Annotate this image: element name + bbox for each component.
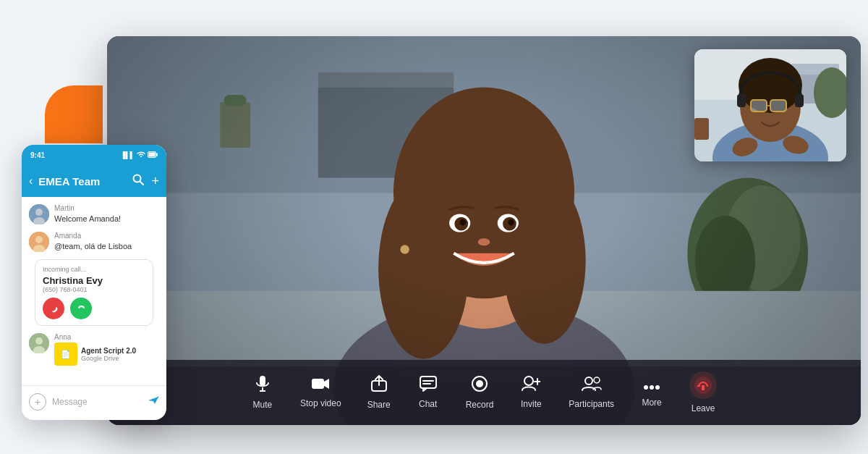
battery-icon [148, 151, 158, 159]
record-icon [471, 375, 488, 395]
svg-line-66 [140, 181, 144, 185]
text-martin: Welcome Amanda! [54, 214, 121, 224]
svg-rect-31 [694, 118, 709, 140]
svg-rect-36 [770, 100, 786, 112]
message-list: Martin Welcome Amanda! Amanda @team, olá… [22, 197, 166, 385]
share-button[interactable]: Share [357, 369, 401, 416]
mobile-time: 9:41 [30, 151, 45, 159]
svg-rect-39 [795, 94, 804, 107]
participants-label: Participants [569, 399, 614, 409]
mobile-header: ‹ EMEA Team + [22, 165, 166, 197]
header-action-icons: + [132, 174, 159, 189]
signal-icon: ▐▌▌ [121, 151, 135, 159]
svg-rect-38 [737, 94, 746, 107]
attachment-icon: 📄 [54, 342, 77, 366]
avatar-martin [29, 204, 49, 224]
svg-point-51 [476, 380, 483, 387]
svg-rect-64 [149, 152, 156, 156]
stop-video-button[interactable]: Stop video [290, 371, 352, 414]
add-attachment-button[interactable]: + [29, 393, 46, 411]
svg-point-55 [585, 377, 592, 384]
more-label: More [642, 398, 661, 408]
chat-icon [420, 376, 437, 395]
record-label: Record [466, 400, 494, 410]
message-amanda: Amanda @team, olá de Lisboa [29, 232, 159, 252]
chat-label: Chat [419, 399, 437, 409]
sender-anna: Anna [54, 333, 136, 341]
message-content-martin: Martin Welcome Amanda! [54, 204, 121, 224]
search-icon[interactable] [132, 174, 144, 189]
message-input[interactable]: Message [52, 397, 142, 407]
pip-background [694, 49, 846, 161]
svg-point-52 [524, 377, 533, 385]
pip-video [694, 49, 846, 161]
svg-rect-42 [260, 376, 265, 386]
svg-point-56 [594, 377, 600, 383]
back-button[interactable]: ‹ [29, 175, 33, 188]
attachment-filename: Agent Script 2.0 [81, 347, 136, 355]
svg-point-59 [655, 385, 660, 390]
avatar-anna [29, 333, 49, 353]
mobile-status-bar: 9:41 ▐▌▌ [22, 145, 166, 165]
caller-number: (650) 768-0401 [43, 286, 145, 293]
svg-rect-45 [312, 379, 324, 389]
mute-button[interactable]: Mute [241, 369, 284, 416]
accept-call-button[interactable] [70, 298, 92, 319]
invite-label: Invite [521, 399, 542, 409]
svg-rect-61 [702, 385, 705, 390]
send-button[interactable] [148, 395, 159, 408]
svg-point-74 [35, 337, 43, 345]
svg-rect-47 [420, 377, 436, 388]
add-icon[interactable]: + [151, 174, 159, 189]
invite-button[interactable]: Invite [509, 370, 553, 415]
svg-rect-63 [156, 153, 158, 156]
orange-accent-shape [45, 85, 103, 143]
microphone-icon [255, 375, 271, 395]
stop-video-label: Stop video [300, 398, 341, 408]
control-bar: Mute Stop video Share [107, 360, 861, 425]
mobile-input-bar: + Message [22, 385, 166, 417]
participants-icon [582, 376, 602, 395]
caller-name: Christina Evy [43, 275, 145, 286]
more-icon [643, 377, 660, 393]
attachment-info: Agent Script 2.0 Google Drive [81, 347, 136, 362]
message-content-amanda: Amanda @team, olá de Lisboa [54, 232, 132, 251]
sender-martin: Martin [54, 204, 121, 212]
incoming-call-notification: Incoming call... Christina Evy (650) 768… [35, 259, 153, 326]
camera-icon [311, 377, 330, 394]
wifi-icon [137, 151, 145, 159]
share-icon [371, 375, 387, 395]
participants-button[interactable]: Participants [558, 370, 624, 415]
record-button[interactable]: Record [456, 369, 504, 416]
svg-point-57 [644, 385, 648, 390]
message-anna: Anna 📄 Agent Script 2.0 Google Drive [29, 333, 159, 366]
message-martin: Martin Welcome Amanda! [29, 204, 159, 224]
avatar-amanda [29, 232, 49, 252]
more-button[interactable]: More [630, 371, 673, 413]
attachment-source: Google Drive [81, 355, 136, 362]
share-label: Share [367, 400, 391, 410]
text-amanda: @team, olá de Lisboa [54, 241, 132, 251]
mute-label: Mute [253, 400, 273, 410]
svg-point-58 [650, 385, 654, 390]
leave-button[interactable]: Leave [679, 366, 727, 419]
main-video-container: Mute Stop video Share [107, 36, 861, 425]
incoming-call-label: Incoming call... [43, 266, 145, 273]
svg-rect-35 [751, 100, 767, 112]
svg-point-68 [35, 209, 43, 216]
mobile-status-icons: ▐▌▌ [121, 151, 158, 159]
chat-button[interactable]: Chat [407, 370, 450, 415]
mobile-chat-panel: 9:41 ▐▌▌ ‹ EMEA Team [22, 145, 166, 420]
svg-point-71 [35, 236, 43, 243]
team-name-label: EMEA Team [38, 175, 127, 188]
leave-icon [689, 371, 717, 399]
leave-label: Leave [692, 403, 715, 413]
invite-icon [522, 376, 540, 395]
sender-amanda: Amanda [54, 232, 132, 240]
call-action-buttons [43, 298, 145, 319]
decline-call-button[interactable] [43, 298, 64, 319]
